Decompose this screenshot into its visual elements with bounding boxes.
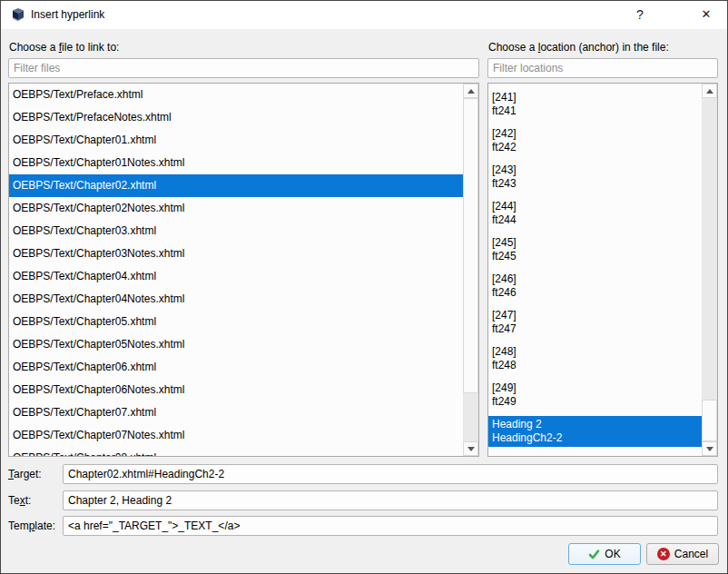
file-item[interactable]: OEBPS/Text/Chapter06Notes.xhtml bbox=[9, 379, 463, 401]
file-item[interactable]: OEBPS/Text/Chapter08.xhtml bbox=[9, 447, 463, 457]
close-icon[interactable]: ✕ bbox=[687, 1, 725, 28]
file-item[interactable]: OEBPS/Text/Chapter05.xhtml bbox=[9, 311, 463, 333]
anchor-item[interactable]: [247] ft247 bbox=[488, 307, 702, 338]
anchor-item[interactable]: [248] ft248 bbox=[488, 343, 702, 374]
file-item[interactable]: OEBPS/Text/Chapter07.xhtml bbox=[9, 401, 463, 424]
file-item[interactable]: OEBPS/Text/Chapter05Notes.xhtml bbox=[9, 333, 463, 356]
scroll-down-icon[interactable] bbox=[702, 441, 717, 456]
anchor-item[interactable]: [249] ft249 bbox=[488, 380, 702, 411]
scroll-up-icon[interactable] bbox=[702, 84, 717, 98]
files-list: OEBPS/Text/Preface.xhtml OEBPS/Text/Pref… bbox=[8, 83, 479, 457]
file-item[interactable]: OEBPS/Text/Chapter04Notes.xhtml bbox=[9, 288, 463, 311]
file-item[interactable]: OEBPS/Text/Chapter02.xhtml bbox=[9, 174, 463, 197]
scroll-down-icon[interactable] bbox=[463, 441, 478, 456]
anchors-scrollbar[interactable] bbox=[702, 84, 717, 456]
cancel-button-label: Cancel bbox=[674, 548, 708, 560]
file-item[interactable]: OEBPS/Text/Preface.xhtml bbox=[9, 84, 463, 106]
anchor-item[interactable]: [246] ft246 bbox=[488, 271, 702, 302]
anchors-scrollbar-thumb[interactable] bbox=[702, 400, 717, 441]
window-title: Insert hyperlink bbox=[31, 1, 104, 28]
app-icon bbox=[10, 7, 25, 23]
cancel-button[interactable]: ✕ Cancel bbox=[646, 543, 719, 565]
ok-button[interactable]: OK bbox=[568, 543, 641, 565]
target-label: Target: bbox=[8, 468, 42, 480]
filter-files-input[interactable] bbox=[8, 58, 479, 78]
template-input[interactable] bbox=[63, 516, 718, 536]
file-item[interactable]: OEBPS/Text/PrefaceNotes.xhtml bbox=[9, 106, 463, 129]
file-item[interactable]: OEBPS/Text/Chapter01.xhtml bbox=[9, 129, 463, 152]
ok-button-label: OK bbox=[605, 548, 620, 560]
anchor-item[interactable]: [243] ft243 bbox=[488, 162, 702, 193]
anchor-item[interactable]: [242] ft242 bbox=[488, 125, 702, 156]
file-item[interactable]: OEBPS/Text/Chapter07Notes.xhtml bbox=[9, 424, 463, 447]
file-item[interactable]: OEBPS/Text/Chapter03Notes.xhtml bbox=[9, 242, 463, 265]
anchors-list: [241] ft241 [242] ft242 [243] ft243 [244… bbox=[487, 83, 718, 457]
title-bar[interactable]: Insert hyperlink ? ✕ bbox=[1, 1, 727, 29]
insert-hyperlink-dialog: Insert hyperlink ? ✕ Choose a file to li… bbox=[0, 0, 728, 574]
scroll-up-icon[interactable] bbox=[463, 84, 478, 98]
anchor-item[interactable]: [244] ft244 bbox=[488, 198, 702, 229]
choose-location-label: Choose a location (anchor) in the file: bbox=[488, 41, 669, 54]
choose-file-label: Choose a file to link to: bbox=[9, 41, 119, 54]
check-icon bbox=[588, 549, 600, 560]
filter-locations-input[interactable] bbox=[487, 58, 718, 78]
files-scrollbar[interactable] bbox=[463, 84, 478, 456]
text-label: Text: bbox=[8, 494, 31, 507]
anchor-item[interactable]: Heading 2 HeadingCh2-2 bbox=[488, 416, 702, 447]
anchor-item[interactable]: [245] ft245 bbox=[488, 234, 702, 265]
files-scrollbar-thumb[interactable] bbox=[463, 98, 478, 393]
target-input[interactable] bbox=[63, 464, 718, 484]
file-item[interactable]: OEBPS/Text/Chapter03.xhtml bbox=[9, 220, 463, 242]
help-button[interactable]: ? bbox=[621, 1, 659, 28]
cancel-x-icon: ✕ bbox=[657, 548, 670, 560]
text-input[interactable] bbox=[63, 490, 718, 510]
file-item[interactable]: OEBPS/Text/Chapter01Notes.xhtml bbox=[9, 152, 463, 174]
template-label: Template: bbox=[8, 520, 55, 532]
file-item[interactable]: OEBPS/Text/Chapter06.xhtml bbox=[9, 356, 463, 379]
file-item[interactable]: OEBPS/Text/Chapter02Notes.xhtml bbox=[9, 197, 463, 220]
anchor-item[interactable]: [241] ft241 bbox=[488, 89, 702, 120]
file-item[interactable]: OEBPS/Text/Chapter04.xhtml bbox=[9, 265, 463, 288]
